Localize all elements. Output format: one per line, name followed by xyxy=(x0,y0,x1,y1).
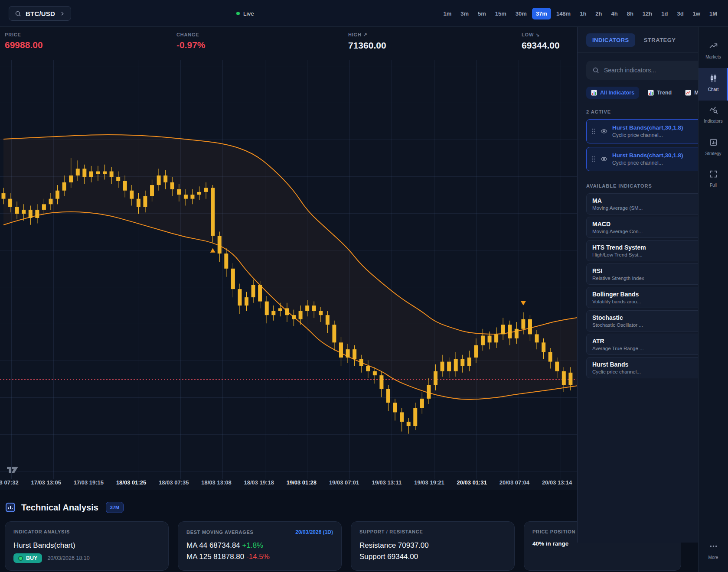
live-dot-icon xyxy=(236,12,240,15)
visibility-eye-icon[interactable] xyxy=(601,128,607,135)
toolbar-item-markets[interactable]: Markets xyxy=(699,41,728,59)
toolbar-item-label: Strategy xyxy=(699,151,728,156)
indicator-name: ATR xyxy=(592,338,700,344)
drag-handle-icon[interactable] xyxy=(591,156,596,162)
timeframe-1m[interactable]: 1m xyxy=(439,8,455,20)
drag-handle-icon[interactable] xyxy=(591,128,596,135)
active-indicator-item[interactable]: Hurst Bands(chart,30,1.8)Cyclic price ch… xyxy=(586,119,706,143)
live-indicator: Live xyxy=(236,0,254,27)
x-axis-label: 18/03 13:08 xyxy=(201,479,231,486)
timeframe-4h[interactable]: 4h xyxy=(607,8,622,20)
indicator-name: Hurst Bands xyxy=(592,361,700,368)
signal-badge: BUY xyxy=(13,553,42,563)
timeframe-1w[interactable]: 1w xyxy=(689,8,704,20)
ta-timeframe-badge[interactable]: 37M xyxy=(106,502,124,513)
technical-analysis-title: Technical Analysis xyxy=(21,503,98,513)
active-indicator-item[interactable]: Hurst Bands(chart,30,1.8)Cyclic price ch… xyxy=(586,147,706,171)
side-toolbar: MarketsChartIndicatorsStrategyFullMore xyxy=(698,27,728,572)
toolbar-item-full[interactable]: Full xyxy=(699,169,728,188)
timeframe-1M[interactable]: 1M xyxy=(705,8,721,20)
timeframe-1h[interactable]: 1h xyxy=(576,8,590,20)
live-label: Live xyxy=(243,10,254,17)
tradingview-logo-icon xyxy=(6,465,19,476)
top-bar: BTC/USD Live 1m3m5m15m30m37m148m1h2h4h8h… xyxy=(0,0,728,27)
indicator-item-stochastic[interactable]: StochasticStochastic Oscillator ... xyxy=(586,310,706,332)
indicator-item-rsi[interactable]: RSIRelative Strength Index xyxy=(586,263,706,285)
visibility-eye-icon[interactable] xyxy=(601,156,607,162)
timeframe-1d[interactable]: 1d xyxy=(657,8,672,20)
filter-chip-trend[interactable]: Trend xyxy=(643,87,676,99)
timeframe-148m[interactable]: 148m xyxy=(552,8,575,20)
bar-chart-icon xyxy=(648,90,654,96)
x-axis-label: 20/03 01:31 xyxy=(457,479,486,486)
active-indicator-desc: Cyclic price channel... xyxy=(612,132,683,138)
toolbar-item-label: Markets xyxy=(699,55,728,59)
ma-value: MA 44 68734.84 xyxy=(186,541,242,549)
x-axis-label: 17/03 19:15 xyxy=(74,479,104,486)
timeframe-12h[interactable]: 12h xyxy=(639,8,656,20)
symbol-selector[interactable]: BTC/USD xyxy=(9,6,71,21)
signal-dot-icon xyxy=(18,556,23,561)
ma-change: +1.8% xyxy=(242,541,264,549)
indicator-search[interactable] xyxy=(586,61,706,80)
timeframe-5m[interactable]: 5m xyxy=(474,8,490,20)
x-axis-label: 19/03 19:21 xyxy=(414,479,444,486)
indicator-name: Stochastic xyxy=(592,314,700,321)
toolbar-item-label: More xyxy=(699,555,728,560)
indicator-desc: Volatility bands arou... xyxy=(592,299,700,304)
indicator-item-hts-trend-system[interactable]: HTS Trend SystemHigh/Low Trend Syst... xyxy=(586,240,706,261)
sr-rows: Resistance 70937.00Support 69344.00 xyxy=(359,540,506,562)
toolbar-item-more[interactable]: More xyxy=(699,542,728,560)
active-indicator-desc: Cyclic price channel... xyxy=(612,160,683,166)
indicator-item-bollinger-bands[interactable]: Bollinger BandsVolatility bands arou... xyxy=(586,287,706,308)
tab-strategy[interactable]: STRATEGY xyxy=(638,33,682,47)
symbol-label: BTC/USD xyxy=(26,10,55,17)
timeframe-3m[interactable]: 3m xyxy=(457,8,473,20)
indicator-item-ma[interactable]: MAMoving Average (SM... xyxy=(586,193,706,214)
stat-label: LOW ↘ xyxy=(522,32,560,38)
more-icon xyxy=(709,542,718,551)
analysis-icon xyxy=(5,502,16,513)
toolbar-item-indicators[interactable]: Indicators xyxy=(699,105,728,124)
card-header: INDICATOR ANALYSIS xyxy=(13,529,160,534)
timeframe-3d[interactable]: 3d xyxy=(673,8,687,20)
x-axis-labels: 17/03 07:3217/03 13:0517/03 19:1518/03 0… xyxy=(0,479,577,487)
trending-up-icon xyxy=(709,41,718,50)
indicator-item-hurst-bands[interactable]: Hurst BandsCyclic price channel... xyxy=(586,357,706,378)
timeframe-37m[interactable]: 37m xyxy=(532,8,551,20)
stat-value: 71360.00 xyxy=(348,40,386,51)
timeframe-2h[interactable]: 2h xyxy=(591,8,606,20)
toolbar-item-label: Full xyxy=(699,183,728,188)
timeframe-8h[interactable]: 8h xyxy=(623,8,637,20)
toolbar-item-strategy[interactable]: Strategy xyxy=(699,138,728,156)
zigzag-search-icon xyxy=(709,105,718,114)
indicator-item-atr[interactable]: ATRAverage True Range ... xyxy=(586,334,706,355)
toolbar-item-label: Chart xyxy=(699,87,728,92)
toolbar-item-chart[interactable]: Chart xyxy=(699,68,728,101)
ma-row: MA 44 68734.84 +1.8% xyxy=(186,540,333,551)
x-axis-label: 19/03 01:28 xyxy=(287,479,317,486)
tab-indicators[interactable]: INDICATORS xyxy=(586,33,635,47)
chart-panel: PRICE69988.00CHANGE-0.97%HIGH ↗71360.00L… xyxy=(0,27,577,490)
x-axis-label: 20/03 13:14 xyxy=(542,479,572,486)
stat-label: HIGH ↗ xyxy=(348,32,386,38)
ma-rows: MA 44 68734.84 +1.8%MA 125 81878.80 -14.… xyxy=(186,540,333,562)
search-icon xyxy=(592,67,599,74)
search-input[interactable] xyxy=(604,67,691,74)
stat-change: CHANGE-0.97% xyxy=(176,32,206,50)
indicator-item-macd[interactable]: MACDMoving Average Con... xyxy=(586,217,706,238)
chart-up-icon xyxy=(685,90,691,96)
indicator-name: Hurst Bands(chart) xyxy=(13,541,160,550)
timeframe-30m[interactable]: 30m xyxy=(512,8,531,20)
chevron-right-icon xyxy=(59,11,65,16)
stat-price: PRICE69988.00 xyxy=(5,32,43,50)
bar-panel-icon xyxy=(709,138,718,147)
stat-value: -0.97% xyxy=(176,40,206,50)
x-axis-label: 19/03 07:01 xyxy=(329,479,359,486)
indicator-desc: Moving Average (SM... xyxy=(592,205,700,211)
filter-chip-all-indicators[interactable]: All Indicators xyxy=(586,87,639,99)
price-chart-canvas[interactable] xyxy=(0,60,577,479)
timeframe-15m[interactable]: 15m xyxy=(491,8,510,20)
indicator-name: MA xyxy=(592,197,700,204)
stat-label: PRICE xyxy=(5,32,43,37)
